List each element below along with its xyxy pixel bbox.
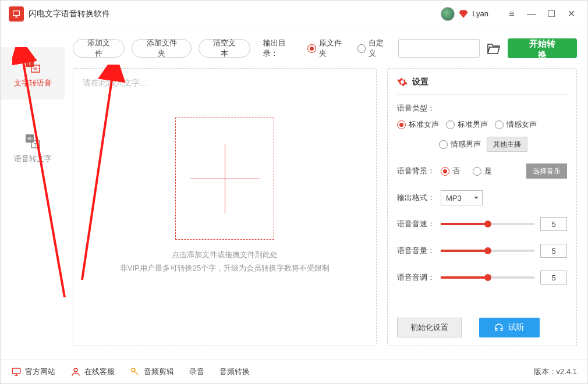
speed-slider[interactable]	[441, 223, 534, 225]
titlebar: 闪电文字语音转换软件 Lyan ≡ — ☐ ✕	[1, 1, 587, 27]
output-dir-label: 输出目录：	[263, 38, 300, 59]
reset-settings-button[interactable]: 初始化设置	[397, 318, 462, 337]
add-folder-button[interactable]: 添加文件夹	[132, 39, 191, 58]
footer-record[interactable]: 录音	[189, 367, 204, 377]
settings-header: 设置	[397, 77, 567, 95]
dropzone[interactable]	[175, 118, 274, 240]
sidebar-item-text-to-speech[interactable]: T 文字转语音	[1, 47, 65, 99]
volume-label: 语音音量：	[397, 246, 435, 256]
other-anchor-button[interactable]: 其他主播	[487, 137, 527, 152]
settings-panel: 设置 语音类型： 标准女声 标准男声 情感女声 情感男声 其他主播 语音背景：	[387, 68, 577, 346]
footer-website[interactable]: 官方网站	[11, 367, 55, 377]
sidebar-item-label: 文字转语音	[14, 78, 52, 88]
speed-value[interactable]: 5	[540, 217, 567, 231]
svg-text:T: T	[34, 142, 37, 148]
sidebar-item-label: 语音转文字	[14, 154, 52, 164]
bg-label: 语音背景：	[397, 166, 435, 176]
svg-rect-7	[12, 368, 20, 374]
support-icon	[70, 367, 81, 377]
app-logo	[9, 6, 24, 22]
svg-point-8	[74, 368, 77, 372]
output-radio-source[interactable]: 原文件夹	[307, 38, 349, 59]
pitch-value[interactable]: 5	[540, 271, 567, 285]
add-file-button[interactable]: 添加文件	[73, 39, 125, 58]
gear-icon	[397, 77, 408, 87]
plus-icon	[190, 144, 260, 214]
mic-icon	[130, 367, 140, 377]
text-placeholder: 请在此输入文字...	[83, 78, 367, 88]
footer-audio-edit[interactable]: 音频剪辑	[130, 367, 174, 377]
text-input-area[interactable]: 请在此输入文字... 点击添加文件或拖拽文件到此处 非VIP用户最多可转换25个…	[73, 68, 377, 346]
clear-text-button[interactable]: 清空文本	[199, 39, 250, 58]
voice-type-label: 语音类型：	[397, 103, 435, 113]
format-select[interactable]: MP3	[441, 190, 483, 205]
diamond-icon	[458, 9, 469, 19]
maximize-button[interactable]: ☐	[543, 6, 559, 22]
username: Lyan	[472, 9, 488, 18]
minimize-button[interactable]: —	[523, 6, 540, 22]
output-radio-custom[interactable]: 自定义	[357, 38, 391, 59]
version: 版本：v2.4.1	[534, 367, 577, 377]
app-title: 闪电文字语音转换软件	[29, 9, 110, 19]
svg-text:T: T	[28, 60, 31, 66]
volume-value[interactable]: 5	[540, 244, 567, 258]
avatar[interactable]	[441, 7, 455, 21]
pitch-slider[interactable]	[441, 276, 534, 279]
footer-support[interactable]: 在线客服	[70, 367, 115, 377]
footer: 官方网站 在线客服 音频剪辑 录音 音频转换 版本：v2.4.1	[1, 359, 587, 383]
select-music-button[interactable]: 选择音乐	[526, 163, 567, 179]
output-path-input[interactable]	[398, 39, 480, 58]
close-button[interactable]: ✕	[563, 6, 579, 22]
listen-button[interactable]: 试听	[479, 318, 540, 337]
headphones-icon	[494, 323, 504, 332]
voice-type-male-emo[interactable]: 情感男声	[439, 139, 481, 150]
voice-type-female-std[interactable]: 标准女声	[397, 119, 439, 130]
monitor-icon	[11, 367, 22, 377]
svg-point-9	[132, 368, 135, 372]
bg-radio-yes[interactable]: 是	[473, 166, 492, 176]
pitch-label: 语音音调：	[397, 272, 435, 283]
sidebar-item-speech-to-text[interactable]: T 语音转文字	[1, 123, 65, 175]
menu-button[interactable]: ≡	[504, 6, 520, 22]
text-to-speech-icon: T	[24, 58, 41, 73]
volume-slider[interactable]	[441, 250, 534, 252]
bg-radio-no[interactable]: 否	[441, 166, 460, 176]
start-convert-button[interactable]: 开始转换	[508, 38, 577, 58]
speech-to-text-icon: T	[24, 134, 41, 149]
toolbar: 添加文件 添加文件夹 清空文本 输出目录： 原文件夹 自定义 开始转换	[73, 38, 577, 59]
footer-audio-convert[interactable]: 音频转换	[219, 367, 250, 377]
voice-type-male-std[interactable]: 标准男声	[446, 119, 488, 130]
format-label: 输出格式：	[397, 193, 435, 203]
sidebar: T 文字转语音 T 语音转文字	[1, 27, 65, 359]
drop-hint: 点击添加文件或拖拽文件到此处 非VIP用户最多可转换25个字，升级为会员转换字数…	[83, 248, 367, 275]
speed-label: 语音音速：	[397, 219, 435, 229]
voice-type-female-emo[interactable]: 情感女声	[495, 119, 537, 130]
folder-open-icon[interactable]	[487, 42, 501, 55]
svg-rect-0	[13, 10, 20, 15]
